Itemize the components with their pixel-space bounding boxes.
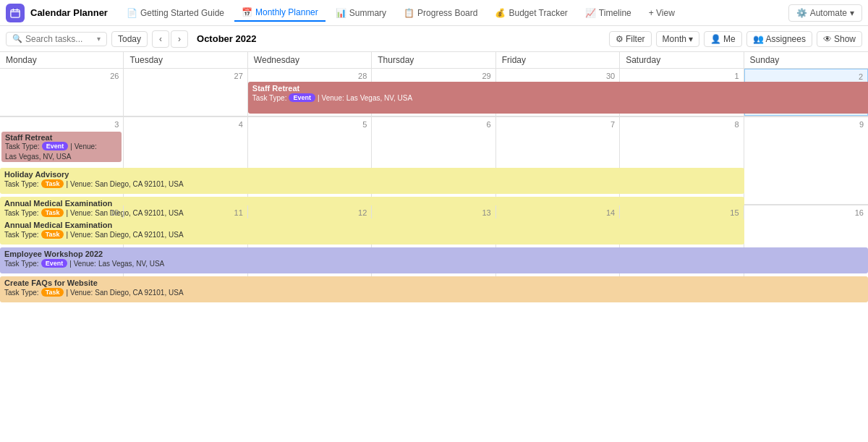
timeline-icon: 📈	[585, 8, 596, 18]
annual-medical-exam-event-week3[interactable]: Annual Medical Examination Task Type: Ta…	[0, 218, 744, 245]
me-icon: 👤	[710, 34, 721, 44]
day-header-saturday: Saturday	[620, 52, 744, 68]
staff-retreat-cell[interactable]: Staff Retreat Task Type: Event | Venue: …	[1, 132, 122, 162]
event-badge: Event	[289, 93, 315, 102]
filter-button[interactable]: ⚙ Filter	[609, 31, 652, 47]
month-button[interactable]: Month ▾	[656, 31, 699, 47]
me-button[interactable]: 👤 Me	[704, 31, 742, 47]
search-icon: 🔍	[12, 34, 22, 43]
day-cell-26[interactable]: 26	[0, 69, 124, 116]
staff-retreat-event-week1[interactable]: Staff Retreat Task Type: Event | Venue: …	[248, 82, 868, 114]
search-input[interactable]	[25, 34, 94, 44]
create-faqs-event[interactable]: Create FAQs for Website Task Type: Task …	[0, 276, 868, 302]
app-icon	[6, 4, 25, 22]
task-badge: Task	[41, 288, 64, 297]
event-badge: Event	[42, 142, 69, 150]
task-badge: Task	[41, 230, 64, 239]
week-row-1: 26 27 28 29 30 1 2 Staff Retreat Task Ty…	[0, 69, 868, 117]
day-header-thursday: Thursday	[372, 52, 495, 68]
day-headers-row: Monday Tuesday Wednesday Thursday Friday…	[0, 52, 868, 69]
day-cell-27[interactable]: 27	[124, 69, 247, 116]
summary-icon: 📊	[336, 8, 346, 18]
search-box[interactable]: 🔍 ▾	[6, 32, 107, 46]
app-title: Calendar Planner	[30, 7, 108, 18]
tab-monthly-planner[interactable]: 📅 Monthly Planner	[234, 4, 326, 22]
search-chevron-icon: ▾	[97, 35, 101, 43]
day-header-friday: Friday	[496, 52, 620, 68]
calendar: Monday Tuesday Wednesday Thursday Friday…	[0, 52, 868, 442]
getting-started-icon: 📄	[127, 8, 137, 18]
calendar-body: 26 27 28 29 30 1 2 Staff Retreat Task Ty…	[0, 69, 868, 442]
filter-icon: ⚙	[616, 34, 624, 44]
monthly-planner-icon: 📅	[242, 7, 252, 17]
progress-board-icon: 📋	[404, 8, 414, 18]
day-header-sunday: Sunday	[744, 52, 868, 68]
assignees-icon: 👥	[753, 34, 764, 44]
tab-summary[interactable]: 📊 Summary	[328, 5, 393, 21]
tab-budget-tracker[interactable]: 💰 Budget Tracker	[488, 5, 574, 21]
next-month-button[interactable]: ›	[171, 30, 188, 48]
week-row-2: 3 Staff Retreat Task Type: Event | Venue…	[0, 117, 868, 205]
toolbar: 🔍 ▾ Today ‹ › October 2022 ⚙ Filter Mont…	[0, 26, 868, 52]
day-header-monday: Monday	[0, 52, 124, 68]
month-chevron-icon: ▾	[689, 34, 693, 44]
task-badge: Task	[41, 179, 64, 188]
employee-workshop-event[interactable]: Employee Workshop 2022 Task Type: Event …	[0, 247, 868, 273]
tab-timeline[interactable]: 📈 Timeline	[578, 5, 639, 21]
automate-icon: ⚙️	[796, 8, 807, 18]
prev-month-button[interactable]: ‹	[152, 30, 169, 48]
add-view-button[interactable]: + View	[642, 5, 682, 21]
automate-button[interactable]: ⚙️ Automate ▾	[788, 4, 862, 22]
today-button[interactable]: Today	[111, 31, 148, 47]
tab-progress-board[interactable]: 📋 Progress Board	[396, 5, 485, 21]
day-header-tuesday: Tuesday	[124, 52, 247, 68]
current-month-label: October 2022	[197, 33, 256, 44]
tab-getting-started[interactable]: 📄 Getting Started Guide	[119, 5, 231, 21]
week-row-3: 10 11 12 13 14 15 16 Annual Medical Exam…	[0, 205, 868, 301]
holiday-advisory-event[interactable]: Holiday Advisory Task Type: Task | Venue…	[0, 168, 744, 194]
budget-tracker-icon: 💰	[495, 8, 506, 18]
show-icon: 👁	[823, 34, 832, 44]
day-header-wednesday: Wednesday	[248, 52, 372, 68]
show-button[interactable]: 👁 Show	[817, 31, 862, 47]
day-cell-9[interactable]: 9	[744, 117, 868, 204]
svg-rect-0	[11, 9, 20, 17]
automate-chevron-icon: ▾	[850, 8, 854, 18]
month-nav-arrows: ‹ ›	[152, 30, 188, 48]
top-navigation: Calendar Planner 📄 Getting Started Guide…	[0, 0, 868, 26]
event-badge: Event	[41, 259, 68, 268]
assignees-button[interactable]: 👥 Assignees	[746, 31, 812, 47]
